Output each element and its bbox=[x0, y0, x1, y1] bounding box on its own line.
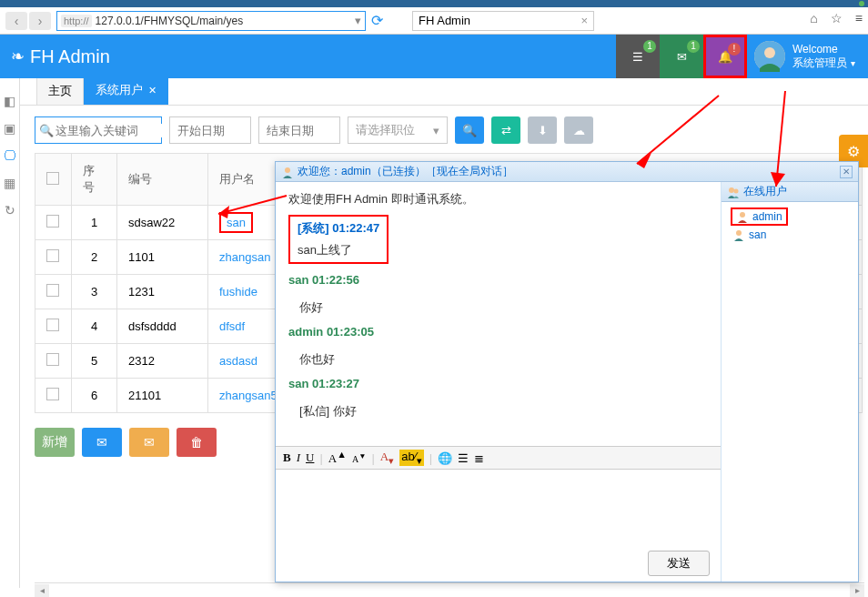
close-button[interactable]: ✕ bbox=[840, 166, 853, 178]
svg-line-4 bbox=[637, 96, 719, 164]
svg-marker-3 bbox=[218, 206, 229, 218]
link-button[interactable]: 🌐 bbox=[438, 451, 452, 465]
star-icon[interactable]: ☆ bbox=[831, 11, 843, 25]
row-checkbox[interactable] bbox=[46, 353, 59, 366]
scroll-right-button[interactable]: ▸ bbox=[850, 584, 864, 597]
chevron-down-icon[interactable]: ▾ bbox=[355, 14, 361, 27]
row-checkbox[interactable] bbox=[46, 215, 59, 228]
url-input[interactable]: http:// 127.0.0.1/FHMYSQL/main/yes ▾ bbox=[56, 11, 366, 31]
send-button[interactable]: 发送 bbox=[648, 551, 710, 576]
highlight-button[interactable]: ab⁄▾ bbox=[399, 450, 424, 467]
browser-tab[interactable]: FH Admin × bbox=[412, 11, 594, 31]
dashboard-icon[interactable]: ◧ bbox=[2, 93, 18, 109]
user-icon bbox=[281, 166, 294, 178]
desktop-icon[interactable]: 🖵 bbox=[2, 147, 18, 164]
address-bar: ‹ › http:// 127.0.0.1/FHMYSQL/main/yes ▾… bbox=[0, 7, 868, 35]
envelope-icon: ✉ bbox=[677, 50, 687, 64]
leaf-icon: ❧ bbox=[11, 46, 25, 66]
message-input[interactable] bbox=[281, 475, 715, 548]
username-link[interactable]: fushide bbox=[219, 285, 257, 298]
user-icon bbox=[736, 210, 749, 223]
row-checkbox[interactable] bbox=[46, 319, 59, 331]
horizontal-scrollbar[interactable]: ◂ ▸ bbox=[35, 582, 864, 597]
search-icon: 🔍 bbox=[39, 124, 54, 137]
refresh-icon[interactable]: ⟳ bbox=[371, 12, 383, 29]
row-checkbox[interactable] bbox=[46, 249, 59, 262]
add-button[interactable]: 新增 bbox=[35, 428, 75, 457]
close-icon[interactable]: ✕ bbox=[148, 85, 156, 96]
system-message: [系统] 01:22:47 san上线了 bbox=[288, 215, 389, 264]
username-link[interactable]: asdasd bbox=[219, 354, 257, 368]
svg-marker-7 bbox=[771, 172, 785, 187]
svg-marker-5 bbox=[637, 153, 651, 168]
mail-button-2[interactable]: ✉ bbox=[82, 428, 122, 457]
download-button[interactable]: ⬇ bbox=[528, 116, 557, 144]
list-icon: ☰ bbox=[632, 50, 643, 64]
annotation-arrow bbox=[628, 91, 737, 176]
trash-icon: 🗑 bbox=[190, 435, 203, 450]
gear-icon: ⚙ bbox=[847, 143, 860, 160]
username-link[interactable]: dfsdf bbox=[219, 319, 245, 333]
search-button[interactable]: 🔍 bbox=[455, 116, 484, 144]
underline-button[interactable]: U bbox=[306, 450, 314, 465]
start-date-input[interactable] bbox=[169, 116, 251, 144]
svg-line-2 bbox=[218, 196, 287, 214]
italic-button[interactable]: I bbox=[297, 450, 300, 465]
font-decrease-button[interactable]: A▼ bbox=[352, 451, 366, 464]
grid-icon[interactable]: ▦ bbox=[2, 175, 18, 191]
bold-button[interactable]: B bbox=[283, 450, 291, 465]
mail-button[interactable]: ✉ 1 bbox=[660, 35, 703, 78]
delete-button[interactable]: 🗑 bbox=[177, 428, 217, 457]
user-icon bbox=[732, 228, 745, 241]
svg-point-10 bbox=[734, 188, 739, 193]
select-all-checkbox[interactable] bbox=[46, 172, 59, 185]
message-list: 欢迎使用FH Admin 即时通讯系统。 [系统] 01:22:47 san上线… bbox=[276, 182, 721, 446]
end-date-input[interactable] bbox=[258, 116, 340, 144]
user-menu[interactable]: Welcome 系统管理员▾ bbox=[747, 35, 868, 78]
chevron-down-icon: ▾ bbox=[433, 124, 439, 137]
sms-button[interactable]: ✉ bbox=[129, 428, 169, 457]
svg-point-9 bbox=[729, 187, 734, 193]
users-icon bbox=[727, 186, 740, 198]
tab-home[interactable]: 主页 bbox=[36, 76, 84, 105]
forward-button[interactable]: › bbox=[29, 12, 51, 30]
font-color-button[interactable]: A▾ bbox=[380, 450, 394, 467]
tab-system-users[interactable]: 系统用户 ✕ bbox=[84, 76, 168, 105]
row-checkbox[interactable] bbox=[46, 388, 59, 400]
page-tabs: 主页 系统用户 ✕ bbox=[0, 78, 868, 106]
envelope-icon: ✉ bbox=[144, 435, 155, 450]
upload-button[interactable]: ☁ bbox=[564, 116, 593, 144]
app-title: FH Admin bbox=[30, 46, 110, 67]
row-checkbox[interactable] bbox=[46, 284, 59, 297]
tasks-button[interactable]: ☰ 1 bbox=[616, 35, 660, 78]
scroll-left-button[interactable]: ◂ bbox=[35, 584, 49, 597]
chevron-down-icon: ▾ bbox=[851, 58, 855, 68]
back-button[interactable]: ‹ bbox=[5, 12, 27, 30]
notifications-button[interactable]: 🔔 ! bbox=[703, 35, 747, 78]
envelope-icon: ✉ bbox=[96, 435, 107, 450]
svg-point-1 bbox=[764, 47, 775, 58]
swap-icon: ⇄ bbox=[501, 124, 511, 137]
position-select[interactable]: 请选择职位 ▾ bbox=[348, 116, 448, 144]
ordered-list-button[interactable]: ☰ bbox=[458, 451, 469, 465]
swap-button[interactable]: ⇄ bbox=[491, 116, 520, 144]
font-increase-button[interactable]: A▲ bbox=[328, 449, 347, 466]
cycle-icon[interactable]: ↻ bbox=[2, 202, 18, 218]
home-icon[interactable]: ⌂ bbox=[810, 11, 817, 25]
svg-line-6 bbox=[776, 91, 785, 187]
download-icon: ⬇ bbox=[538, 124, 548, 137]
sidebar-rail: ◧ ▣ 🖵 ▦ ↻ bbox=[0, 78, 20, 588]
svg-point-11 bbox=[740, 212, 745, 218]
annotation-arrow bbox=[769, 86, 823, 198]
chat-window: 欢迎您：admin（已连接）［现在全局对话］ ✕ 欢迎使用FH Admin 即时… bbox=[275, 161, 859, 582]
avatar bbox=[754, 41, 785, 72]
window-controls: ⌂ ☆ ≡ bbox=[810, 11, 863, 25]
unordered-list-button[interactable]: ≣ bbox=[474, 451, 484, 465]
online-user-admin[interactable]: admin bbox=[731, 207, 788, 226]
image-icon[interactable]: ▣ bbox=[2, 120, 18, 137]
username-link[interactable]: zhangsan bbox=[219, 250, 270, 264]
menu-icon[interactable]: ≡ bbox=[855, 11, 863, 25]
keyword-search[interactable]: 🔍 bbox=[35, 116, 162, 144]
tab-close-icon[interactable]: × bbox=[580, 14, 588, 27]
online-user-san[interactable]: san bbox=[731, 226, 849, 244]
